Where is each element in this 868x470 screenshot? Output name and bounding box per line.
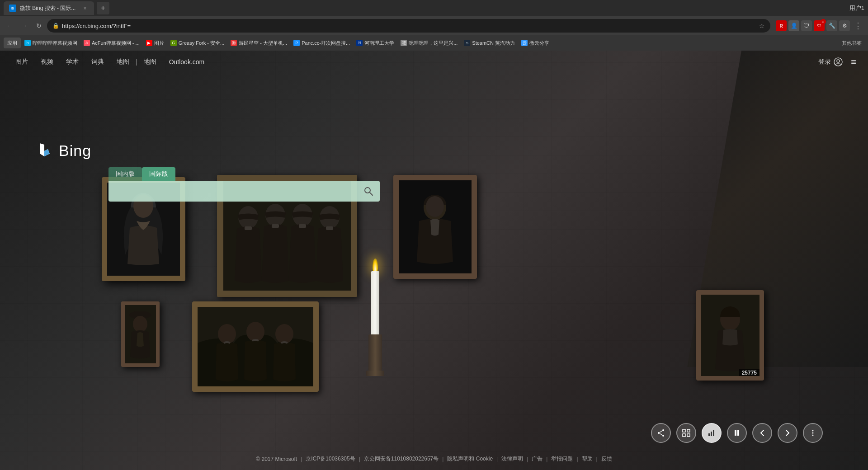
pause-btn[interactable] (727, 423, 747, 443)
topnav-right: 登录 ≡ (818, 56, 859, 68)
pause-icon (733, 429, 741, 437)
ssl-icon: 🔒 (52, 23, 59, 29)
nav-dict[interactable]: 词典 (85, 55, 110, 69)
footer-react[interactable]: 反馈 (601, 455, 612, 463)
ext-4-badge[interactable]: 2 🛡 (814, 20, 825, 31)
search-input[interactable] (108, 181, 357, 202)
footer-ad[interactable]: 广告 (532, 455, 542, 463)
footer-security[interactable]: 京公网安备11010802022657号 (364, 455, 439, 463)
svg-rect-40 (683, 429, 685, 432)
candle-holder (366, 258, 384, 376)
login-avatar-icon (834, 57, 843, 66)
nav-map[interactable]: 地图 (110, 55, 136, 69)
svg-rect-46 (713, 430, 714, 436)
back-btn[interactable]: ← (4, 19, 16, 32)
svg-point-50 (812, 432, 814, 434)
bm-youtube[interactable]: ▶ 图片 (143, 38, 167, 48)
grid-btn[interactable] (676, 423, 696, 443)
browser-menu-btn[interactable]: ⋮ (852, 19, 864, 32)
share-icon (657, 429, 665, 437)
svg-point-37 (658, 432, 660, 434)
apps-label: 应用 (7, 40, 17, 47)
bm-weiyun-icon: 云 (521, 40, 528, 46)
search-tabs: 国内版 国际版 (108, 167, 380, 181)
portrait-3-image (399, 180, 472, 273)
new-tab-btn[interactable]: + (97, 2, 109, 14)
user-label: 用户1 (849, 4, 864, 12)
bm-acfun-icon: A (84, 40, 90, 46)
address-bar[interactable]: 🔒 https://cn.bing.com/?intlF= ☆ (47, 19, 770, 33)
prev-btn[interactable] (752, 423, 772, 443)
svg-rect-47 (735, 430, 736, 436)
ext-6-icon[interactable]: ⚙ (839, 20, 850, 31)
svg-point-21 (426, 196, 444, 217)
url-display: https://cn.bing.com/?intlF= (62, 23, 131, 29)
bm-youxia-icon: 游 (231, 40, 237, 46)
bing-logo-icon (36, 141, 55, 160)
chart-icon (708, 429, 716, 437)
login-btn[interactable]: 登录 (818, 57, 843, 66)
refresh-btn[interactable]: ↻ (33, 19, 45, 32)
bm-steam[interactable]: S SteamCN 蒸汽动力 (461, 38, 518, 48)
next-btn[interactable] (778, 423, 797, 443)
svg-line-5 (370, 193, 373, 195)
apps-btn[interactable]: 应用 (4, 38, 21, 48)
bm-weiyun[interactable]: 云 微云分享 (519, 38, 552, 48)
more-info-btn[interactable] (803, 423, 823, 443)
bm-enli-icon: 嗯 (401, 40, 407, 46)
chart-btn[interactable] (702, 423, 722, 443)
nav-office[interactable]: 地图 (137, 55, 163, 69)
ext-2-icon[interactable]: 👤 (788, 20, 799, 31)
nav-academic[interactable]: 学术 (60, 55, 85, 69)
candle-base (368, 334, 382, 371)
bing-hamburger-btn[interactable]: ≡ (848, 56, 859, 68)
ext-1-icon[interactable]: R (776, 20, 787, 31)
bm-bilibili-icon: b (24, 40, 31, 46)
svg-rect-16 (272, 224, 279, 228)
nav-outlook[interactable]: Outlook.com (163, 56, 211, 68)
svg-rect-17 (299, 224, 306, 228)
footer-privacy[interactable]: 隐私声明和 Cookie (447, 455, 493, 463)
bm-greasyfork[interactable]: G Greasy Fork - 安全... (168, 38, 227, 48)
portrait-6-image (701, 295, 760, 376)
svg-point-3 (837, 60, 840, 62)
ext-5-icon[interactable]: 🔧 (826, 20, 837, 31)
frame-badge: 25775 (739, 369, 760, 377)
portrait-frame-5 (192, 301, 319, 392)
bm-bilibili[interactable]: b 哔哩哔哩弹幕视频网 (22, 38, 80, 48)
svg-rect-45 (711, 432, 712, 436)
bm-youxia[interactable]: 游 游民星空 - 大型单机... (228, 38, 290, 48)
title-bar: B 微软 Bing 搜索 - 国际... × + 用户1 (0, 0, 868, 16)
bm-enli[interactable]: 嗯 嗯哩嗯哩，这里是兴... (398, 38, 460, 48)
footer-copyright: © 2017 Microsoft (256, 456, 297, 462)
tab-close-btn[interactable]: × (81, 5, 89, 12)
portrait-4-image (125, 305, 156, 363)
bing-footer: © 2017 Microsoft | 京ICP备10036305号 | 京公网安… (256, 455, 612, 463)
forward-btn[interactable]: → (18, 19, 31, 32)
navbar: ← → ↻ 🔒 https://cn.bing.com/?intlF= ☆ R … (0, 16, 868, 35)
bm-acfun[interactable]: A AcFun弹幕视频网 - ... (81, 38, 142, 48)
active-tab[interactable]: B 微软 Bing 搜索 - 国际... × (4, 1, 94, 15)
nav-video[interactable]: 视频 (34, 55, 60, 69)
portrait-frame-4 (121, 301, 160, 367)
bookmark-star-icon[interactable]: ☆ (759, 22, 765, 29)
footer-help[interactable]: 帮助 (582, 455, 593, 463)
bm-panc[interactable]: P Panc.cc-群次网盘搜... (291, 38, 353, 48)
tab-international[interactable]: 国际版 (142, 167, 175, 181)
svg-point-49 (812, 430, 814, 432)
bm-youtube-label: 图片 (154, 40, 164, 47)
footer-feedback[interactable]: 举报问题 (551, 455, 573, 463)
footer-icp[interactable]: 京ICP备10036305号 (306, 455, 355, 463)
nav-images[interactable]: 图片 (9, 55, 34, 69)
tab-domestic[interactable]: 国内版 (108, 167, 142, 181)
search-button[interactable] (357, 181, 380, 202)
prev-icon (758, 429, 766, 437)
ext-3-icon[interactable]: 🛡 (801, 20, 812, 31)
bm-henan[interactable]: 河 河南理工大学 (354, 38, 397, 48)
svg-rect-41 (687, 429, 690, 432)
share-btn[interactable] (651, 423, 671, 443)
portrait-5-image (198, 307, 313, 386)
footer-legal[interactable]: 法律声明 (501, 455, 523, 463)
bm-more-btn[interactable]: 其他书签 (839, 40, 864, 47)
svg-rect-43 (687, 434, 690, 437)
